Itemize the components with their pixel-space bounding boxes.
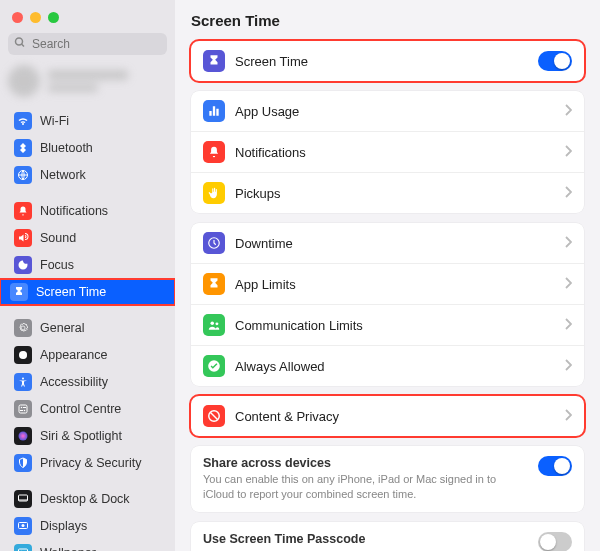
window-controls xyxy=(0,6,175,33)
sidebar-label-general: General xyxy=(40,321,84,335)
control-centre-icon xyxy=(14,400,32,418)
row-label-allowed: Always Allowed xyxy=(235,359,554,374)
hourglass-icon xyxy=(203,273,225,295)
sidebar-item-accessibility[interactable]: Accessibility xyxy=(4,369,171,395)
svg-point-0 xyxy=(16,38,23,45)
gear-icon xyxy=(14,319,32,337)
chevron-right-icon xyxy=(564,277,572,292)
svg-point-4 xyxy=(22,378,24,380)
sidebar-item-appearance[interactable]: Appearance xyxy=(4,342,171,368)
sidebar-item-general[interactable]: General xyxy=(4,315,171,341)
sidebar-item-wifi[interactable]: Wi-Fi xyxy=(4,108,171,134)
toggle-share[interactable] xyxy=(538,456,572,476)
hand-icon xyxy=(203,182,225,204)
sidebar-label-bluetooth: Bluetooth xyxy=(40,141,93,155)
downtime-icon xyxy=(203,232,225,254)
row-content[interactable]: Content & Privacy xyxy=(191,396,584,436)
restrict-icon xyxy=(203,405,225,427)
appearance-icon xyxy=(14,346,32,364)
sidebar-label-siri: Siri & Spotlight xyxy=(40,429,122,443)
sidebar-item-privacy[interactable]: Privacy & Security xyxy=(4,450,171,476)
chevron-right-icon xyxy=(564,145,572,160)
sidebar-label-notifications: Notifications xyxy=(40,204,108,218)
sidebar-item-sound[interactable]: Sound xyxy=(4,225,171,251)
toggle-passcode[interactable] xyxy=(538,532,572,551)
option-desc-share: You can enable this on any iPhone, iPad … xyxy=(203,472,528,502)
sidebar-item-network[interactable]: Network xyxy=(4,162,171,188)
page-title: Screen Time xyxy=(191,12,584,29)
chevron-right-icon xyxy=(564,409,572,424)
search-container xyxy=(8,33,167,55)
svg-point-6 xyxy=(21,407,23,409)
screen-time-toggle[interactable] xyxy=(538,51,572,71)
bell-icon xyxy=(14,202,32,220)
sidebar-label-network: Network xyxy=(40,168,86,182)
svg-point-11 xyxy=(22,524,25,527)
desktop-icon xyxy=(14,490,32,508)
row-appusage[interactable]: App Usage xyxy=(191,91,584,132)
sidebar-label-desktopdock: Desktop & Dock xyxy=(40,492,130,506)
comm-icon xyxy=(203,314,225,336)
panel-2: Content & Privacy xyxy=(191,396,584,436)
option-row-share: Share across devicesYou can enable this … xyxy=(191,446,584,512)
main-content: Screen Time Screen TimeApp UsageNotifica… xyxy=(175,0,600,551)
search-icon xyxy=(14,37,26,52)
sidebar-item-controlcentre[interactable]: Control Centre xyxy=(4,396,171,422)
sidebar-item-bluetooth[interactable]: Bluetooth xyxy=(4,135,171,161)
row-downtime[interactable]: Downtime xyxy=(191,223,584,264)
panel-1: DowntimeApp LimitsCommunication LimitsAl… xyxy=(191,223,584,386)
sidebar: Wi-FiBluetoothNetworkNotificationsSoundF… xyxy=(0,0,175,551)
check-icon xyxy=(203,355,225,377)
hourglass-icon xyxy=(203,50,225,72)
svg-point-16 xyxy=(215,322,218,325)
option-panel-share: Share across devicesYou can enable this … xyxy=(191,446,584,512)
screen-time-toggle-row: Screen Time xyxy=(191,41,584,81)
master-toggle-panel: Screen Time xyxy=(191,41,584,81)
screen-time-toggle-label: Screen Time xyxy=(235,54,528,69)
wallpaper-icon xyxy=(14,544,32,551)
sidebar-item-displays[interactable]: Displays xyxy=(4,513,171,539)
privacy-icon xyxy=(14,454,32,472)
maximize-button[interactable] xyxy=(48,12,59,23)
chevron-right-icon xyxy=(564,236,572,251)
svg-line-1 xyxy=(22,44,25,47)
sidebar-item-siri[interactable]: Siri & Spotlight xyxy=(4,423,171,449)
sidebar-item-notifications[interactable]: Notifications xyxy=(4,198,171,224)
chart-icon xyxy=(203,100,225,122)
row-label-appusage: App Usage xyxy=(235,104,554,119)
minimize-button[interactable] xyxy=(30,12,41,23)
row-applimits[interactable]: App Limits xyxy=(191,264,584,305)
sidebar-item-wallpaper[interactable]: Wallpaper xyxy=(4,540,171,551)
siri-icon xyxy=(14,427,32,445)
option-title-passcode: Use Screen Time Passcode xyxy=(203,532,528,546)
row-allowed[interactable]: Always Allowed xyxy=(191,346,584,386)
sidebar-item-focus[interactable]: Focus xyxy=(4,252,171,278)
row-label-commlimits: Communication Limits xyxy=(235,318,554,333)
sidebar-item-desktopdock[interactable]: Desktop & Dock xyxy=(4,486,171,512)
focus-icon xyxy=(14,256,32,274)
row-label-pickups: Pickups xyxy=(235,186,554,201)
search-input[interactable] xyxy=(8,33,167,55)
row-label-content: Content & Privacy xyxy=(235,409,554,424)
chevron-right-icon xyxy=(564,359,572,374)
row-label-downtime: Downtime xyxy=(235,236,554,251)
row-notifications[interactable]: Notifications xyxy=(191,132,584,173)
row-commlimits[interactable]: Communication Limits xyxy=(191,305,584,346)
row-pickups[interactable]: Pickups xyxy=(191,173,584,213)
sidebar-item-screentime[interactable]: Screen Time xyxy=(0,279,175,305)
sidebar-label-screentime: Screen Time xyxy=(36,285,106,299)
row-label-notifications: Notifications xyxy=(235,145,554,160)
sidebar-label-privacy: Privacy & Security xyxy=(40,456,141,470)
option-row-passcode: Use Screen Time PasscodeUse a passcode t… xyxy=(191,522,584,551)
hourglass-icon xyxy=(10,283,28,301)
profile-block[interactable] xyxy=(8,65,167,97)
close-button[interactable] xyxy=(12,12,23,23)
sidebar-label-controlcentre: Control Centre xyxy=(40,402,121,416)
network-icon xyxy=(14,166,32,184)
sidebar-label-wifi: Wi-Fi xyxy=(40,114,69,128)
svg-point-7 xyxy=(24,410,26,412)
displays-icon xyxy=(14,517,32,535)
bell-icon xyxy=(203,141,225,163)
chevron-right-icon xyxy=(564,318,572,333)
row-label-applimits: App Limits xyxy=(235,277,554,292)
